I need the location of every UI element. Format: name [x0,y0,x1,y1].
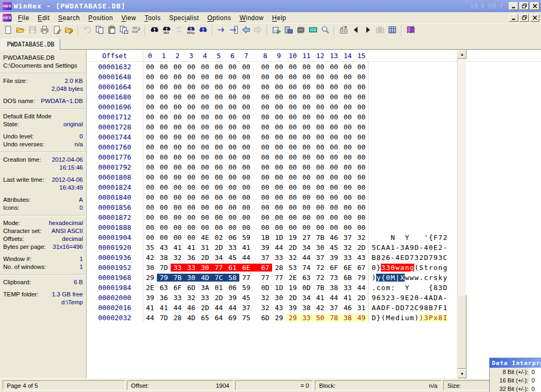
open-disk-button[interactable] [270,25,283,36]
hex-byte[interactable]: 00 [226,153,239,161]
hex-byte[interactable]: 00 [355,163,368,171]
hex-byte[interactable]: 00 [171,153,184,161]
hex-byte[interactable]: 00 [253,73,272,81]
hex-byte[interactable]: 00 [300,163,313,171]
hex-byte[interactable]: 00 [300,143,313,151]
hex-byte[interactable]: 0D [253,284,272,292]
hex-byte[interactable]: 00 [171,123,184,131]
hex-byte[interactable]: 00 [226,223,239,231]
hex-byte[interactable]: 00 [355,183,368,191]
hex-byte[interactable]: 30 [272,294,286,302]
hex-byte[interactable]: 00 [327,153,341,161]
hex-byte[interactable]: 72 [313,264,327,272]
hex-byte[interactable]: 41 [239,244,253,251]
data-interpreter-titlebar[interactable]: Data Interpreter [490,358,541,368]
hex-byte[interactable]: 00 [239,83,253,91]
hex-byte[interactable]: 44 [143,314,157,322]
hex-byte[interactable]: 00 [171,143,184,151]
hex-byte[interactable]: 0D [300,284,313,292]
hex-byte[interactable]: 00 [143,93,157,101]
document-system-icon[interactable]: HEX [3,14,12,22]
hex-byte[interactable]: 32 [341,244,355,251]
copy-button[interactable] [94,25,106,36]
close-button[interactable] [530,2,539,10]
hex-byte[interactable]: 44 [212,304,226,312]
hex-byte[interactable]: 00 [157,83,171,91]
hex-byte[interactable]: 42 [143,254,157,262]
hex-byte[interactable]: 00 [286,213,300,221]
hex-byte[interactable]: 00 [253,183,272,191]
hex-byte[interactable]: 00 [143,63,157,71]
hex-byte[interactable]: 00 [286,143,300,151]
hex-byte[interactable]: 79 [355,274,368,282]
hex-byte[interactable]: 36 [157,294,171,302]
hex-byte[interactable]: 00 [327,93,341,101]
hex-byte[interactable]: 4D [198,274,212,282]
hex-byte[interactable]: 00 [198,203,212,211]
hex-byte[interactable]: 00 [226,133,239,141]
hex-byte[interactable]: 63 [300,274,313,282]
hex-byte[interactable]: 42 [313,304,327,312]
hex-byte[interactable]: 00 [313,73,327,81]
hex-byte[interactable]: 00 [341,143,355,151]
ascii-column[interactable] [371,143,447,151]
hex-byte[interactable]: 00 [198,143,212,151]
hex-byte[interactable]: 00 [327,213,341,221]
hex-byte[interactable]: 00 [239,63,253,71]
hex-byte[interactable]: 28 [171,314,184,322]
hex-byte[interactable]: 00 [253,123,272,131]
hex-byte[interactable]: 00 [300,103,313,111]
hex-byte[interactable]: 00 [212,203,226,211]
hex-byte[interactable]: 38 [327,284,341,292]
hex-byte[interactable]: 00 [313,173,327,181]
hex-byte[interactable]: 00 [253,153,272,161]
hex-byte[interactable]: 2D [198,254,212,262]
hex-byte[interactable]: 44 [300,254,313,262]
hex-byte[interactable]: 01 [212,284,226,292]
hex-byte[interactable]: 00 [212,173,226,181]
child-minimize-button[interactable] [509,14,518,22]
hex-byte[interactable]: 00 [300,203,313,211]
hex-byte[interactable]: 00 [313,133,327,141]
hex-byte[interactable]: 72 [313,274,327,282]
hex-byte[interactable]: 79 [157,274,171,282]
hex-byte[interactable]: 65 [198,314,212,322]
hex-byte[interactable]: 00 [198,213,212,221]
hex-byte[interactable]: 33 [226,244,239,251]
hex-byte[interactable]: 7C [212,274,226,282]
hex-byte[interactable]: 29 [143,274,157,282]
calculator-button[interactable] [307,25,319,36]
hex-byte[interactable]: 00 [253,93,272,101]
hex-byte[interactable]: 00 [143,183,157,191]
hex-byte[interactable]: 46 [184,304,198,312]
hex-byte[interactable]: 00 [184,63,198,71]
scrollbar-thumb[interactable] [458,295,467,369]
hex-byte[interactable]: 00 [239,173,253,181]
hex-byte[interactable]: 1D [272,284,286,292]
hex-byte[interactable]: 00 [272,93,286,101]
hex-byte[interactable]: 00 [253,163,272,171]
hex-byte[interactable]: 00 [212,73,226,81]
hex-byte[interactable]: 45 [226,254,239,262]
hex-byte[interactable]: 2D [286,244,300,251]
hex-byte[interactable]: 00 [253,133,272,141]
hex-byte[interactable]: 6E [341,264,355,272]
analyze-data-button[interactable] [338,25,350,36]
hex-byte[interactable]: 00 [341,113,355,121]
hex-byte[interactable]: 00 [143,153,157,161]
hex-byte[interactable]: 37 [313,254,327,262]
hex-byte[interactable]: 00 [313,113,327,121]
hex-byte[interactable]: 33 [272,254,286,262]
hex-byte[interactable]: 59 [239,234,253,241]
hex-byte[interactable]: 33 [184,264,198,272]
hex-byte[interactable]: 00 [212,113,226,121]
hex-byte[interactable]: 00 [184,133,198,141]
hex-byte[interactable]: 00 [226,73,239,81]
menu-edit[interactable]: Edit [33,13,54,23]
hex-byte[interactable]: 43 [355,254,368,262]
hex-byte[interactable]: 4D [184,314,198,322]
ascii-column[interactable] [371,183,447,191]
hex-byte[interactable]: 43 [157,244,171,251]
hex-byte[interactable]: 6D [253,314,272,322]
hex-byte[interactable]: 00 [341,93,355,101]
